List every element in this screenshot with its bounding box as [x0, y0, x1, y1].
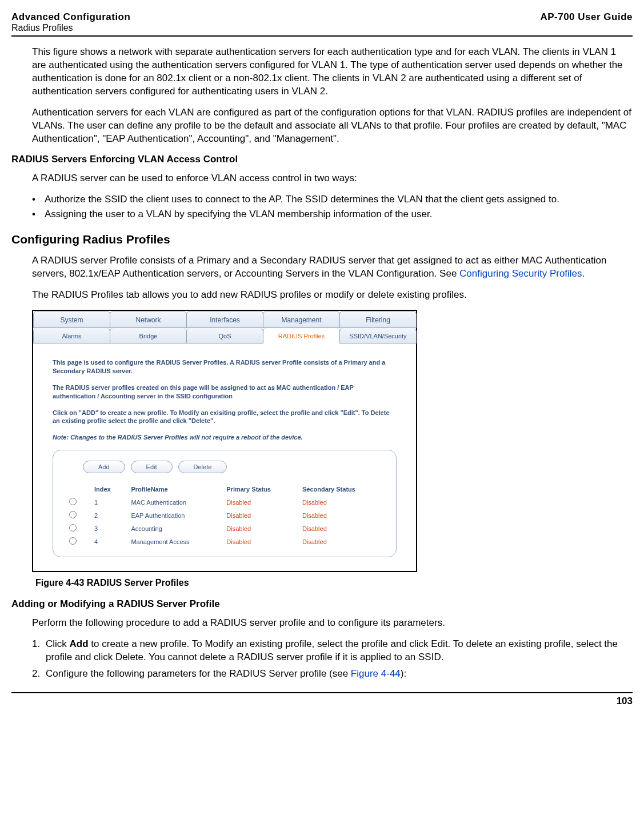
cell-secondary: Disabled [298, 522, 385, 534]
paragraph-5: The RADIUS Profiles tab allows you to ad… [32, 289, 633, 302]
tab-filtering[interactable]: Filtering [339, 311, 417, 328]
page-header: Advanced Configuration Radius Profiles A… [11, 11, 633, 37]
tabs-bottom-row: Alarms Bridge QoS RADIUS Profiles SSID/V… [33, 328, 416, 343]
tab-bridge[interactable]: Bridge [110, 328, 187, 343]
paragraph-2: Authentication servers for each VLAN are… [32, 106, 633, 146]
bullet-list-a: Authorize the SSID the client uses to co… [32, 193, 633, 222]
cell-name: Accounting [126, 522, 221, 534]
profile-radio[interactable] [69, 511, 77, 518]
link-config-security-profiles[interactable]: Configuring Security Profiles [459, 268, 582, 279]
header-subtitle: Radius Profiles [11, 23, 130, 33]
table-header-row: Index ProfileName Primary Status Seconda… [65, 484, 385, 495]
profile-radio[interactable] [69, 498, 77, 505]
cell-index: 1 [90, 496, 125, 508]
profile-table: Index ProfileName Primary Status Seconda… [63, 482, 386, 549]
step-text-post: ): [401, 668, 406, 679]
profile-radio[interactable] [69, 524, 77, 532]
paragraph-4-text-b: . [582, 268, 585, 279]
heading-add-modify: Adding or Modifying a RADIUS Server Prof… [11, 598, 633, 610]
add-button[interactable]: Add [83, 461, 125, 473]
tab-qos[interactable]: QoS [186, 328, 263, 343]
list-item: Assigning the user to a VLAN by specifyi… [32, 208, 633, 221]
paragraph-4: A RADIUS server Profile consists of a Pr… [32, 254, 633, 281]
cell-secondary: Disabled [298, 536, 385, 548]
tab-ssid-vlan-security[interactable]: SSID/VLAN/Security [339, 328, 417, 343]
list-item: 2. Configure the following parameters fo… [32, 668, 633, 681]
cell-primary: Disabled [222, 509, 297, 521]
panel-info-1: This page is used to configure the RADIU… [53, 358, 397, 375]
cell-index: 3 [90, 522, 125, 534]
page-number: 103 [617, 696, 633, 706]
col-primary: Primary Status [222, 484, 297, 495]
tab-network[interactable]: Network [110, 311, 187, 328]
steps-list: 1. Click Add to create a new profile. To… [32, 638, 633, 681]
cell-primary: Disabled [222, 496, 297, 508]
table-row: 4 Management Access Disabled Disabled [65, 536, 385, 548]
list-item: Authorize the SSID the client uses to co… [32, 193, 633, 206]
figure-screenshot: System Network Interfaces Management Fil… [32, 310, 633, 572]
profile-box: Add Edit Delete Index ProfileName Primar… [53, 450, 397, 557]
step-number: 1. [32, 638, 40, 651]
table-row: 3 Accounting Disabled Disabled [65, 522, 385, 534]
tabs-top-row: System Network Interfaces Management Fil… [33, 311, 416, 328]
link-figure-4-44[interactable]: Figure 4-44 [351, 668, 401, 679]
delete-button[interactable]: Delete [178, 461, 227, 473]
cell-secondary: Disabled [298, 509, 385, 521]
step-number: 2. [32, 668, 40, 681]
paragraph-3: A RADIUS server can be used to enforce V… [32, 172, 633, 185]
list-item: 1. Click Add to create a new profile. To… [32, 638, 633, 664]
cell-primary: Disabled [222, 536, 297, 548]
cell-secondary: Disabled [298, 496, 385, 508]
tab-system[interactable]: System [33, 311, 110, 328]
cell-name: Management Access [126, 536, 221, 548]
panel-info-3: Click on "ADD" to create a new profile. … [53, 409, 397, 426]
paragraph-6: Perform the following procedure to add a… [32, 617, 633, 630]
heading-config-radius: Configuring Radius Profiles [11, 233, 633, 246]
tab-management[interactable]: Management [263, 311, 340, 328]
panel-info-4: Note: Changes to the RADIUS Server Profi… [53, 433, 397, 442]
profile-radio[interactable] [69, 537, 77, 545]
paragraph-1: This figure shows a network with separat… [32, 46, 633, 98]
col-secondary: Secondary Status [298, 484, 385, 495]
tab-alarms[interactable]: Alarms [33, 328, 110, 343]
page-footer: 103 [11, 692, 633, 707]
cell-index: 2 [90, 509, 125, 521]
tab-radius-profiles[interactable]: RADIUS Profiles [263, 328, 340, 343]
table-row: 1 MAC Authentication Disabled Disabled [65, 496, 385, 508]
cell-primary: Disabled [222, 522, 297, 534]
step-bold: Add [70, 638, 89, 649]
step-text-pre: Configure the following parameters for t… [46, 668, 351, 679]
figure-caption: Figure 4-43 RADIUS Server Profiles [35, 578, 633, 588]
col-index: Index [90, 484, 125, 495]
tab-interfaces[interactable]: Interfaces [186, 311, 263, 328]
header-guide: AP-700 User Guide [540, 11, 633, 33]
step-text-post: to create a new profile. To Modify an ex… [46, 638, 618, 662]
cell-index: 4 [90, 536, 125, 548]
col-name: ProfileName [126, 484, 221, 495]
cell-name: MAC Authentication [126, 496, 221, 508]
edit-button[interactable]: Edit [131, 461, 173, 473]
table-row: 2 EAP Authentication Disabled Disabled [65, 509, 385, 521]
heading-radius-vlan: RADIUS Servers Enforcing VLAN Access Con… [11, 154, 633, 165]
step-text-pre: Click [46, 638, 70, 649]
cell-name: EAP Authentication [126, 509, 221, 521]
header-title: Advanced Configuration [11, 11, 130, 23]
panel-info-2: The RADIUS server profiles created on th… [53, 383, 397, 401]
